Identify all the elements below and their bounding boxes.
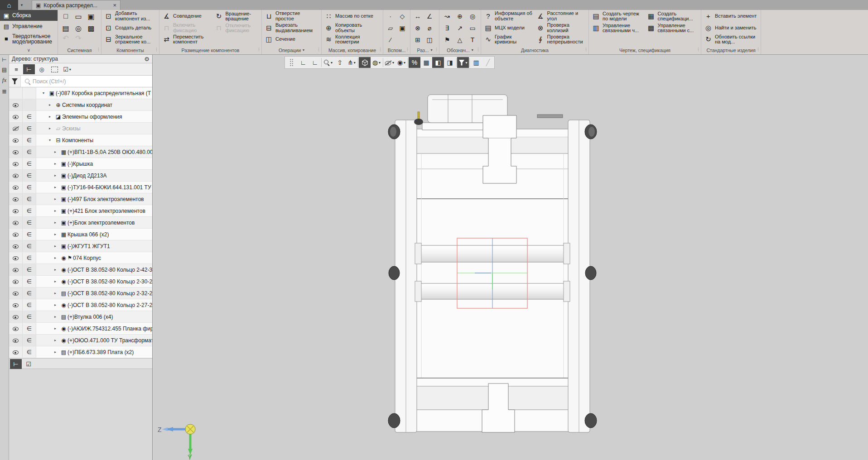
tree-row[interactable]: ∈ ▸ ▣ (-)Диод 2Д213А (9, 170, 152, 182)
group-grip-icon[interactable]: ⋮ (317, 47, 320, 52)
visibility-eye-icon[interactable] (9, 99, 23, 110)
expander-icon[interactable]: ▸ (54, 338, 60, 342)
visibility-eye-icon[interactable] (9, 134, 23, 146)
hide-objects-button[interactable]: ▾ (384, 57, 395, 68)
group-grip-icon[interactable]: ⋮ (476, 47, 480, 52)
group-grip-icon[interactable]: ⋮ (96, 47, 100, 52)
tree-item-label[interactable]: (+)421 Блок электроэлементов (68, 208, 152, 214)
in-context-icon[interactable]: ∈ (23, 288, 36, 299)
tree-item-label[interactable]: (-)ОСТ В 38.052-80 Кольцо 2-42-3,0 (68, 267, 152, 273)
open-document-button[interactable]: ▭ (72, 10, 85, 22)
group-grip-icon[interactable]: ⋮ (756, 47, 760, 52)
create-specification-button[interactable]: ▦ Создать спецификаци... (646, 10, 700, 22)
orientation-triad-button[interactable]: ⋔▾ (346, 57, 357, 68)
visibility-eye-icon[interactable] (9, 346, 23, 358)
tree-row-root[interactable]: ▾ ▣ (-)087 Коробка распределительная (Т (9, 87, 152, 99)
simple-hole-button[interactable]: ⊔ Отверстие простое (263, 10, 320, 22)
datum-button[interactable]: △ (453, 34, 466, 46)
toolbar-drag-handle[interactable] (285, 57, 297, 68)
visibility-eye-icon[interactable] (9, 158, 23, 169)
search-input[interactable] (33, 77, 152, 86)
expander-icon[interactable]: ▸ (49, 115, 54, 119)
radius-dimension-button[interactable]: ⌀ (424, 22, 435, 34)
text-button[interactable]: T (466, 34, 479, 46)
tree-row[interactable]: ∈ ▸ ▦ (+)ВП1-1В-5,0А 250В ОЮ0.480.003 Т (9, 146, 152, 158)
expander-icon[interactable]: ▸ (54, 326, 60, 331)
move-component-button[interactable]: ⇄ Переместить компонент (161, 34, 213, 45)
expander-icon[interactable]: ▾ (49, 138, 54, 142)
filter-button[interactable] (9, 76, 21, 87)
in-context-icon[interactable]: ∈ (23, 170, 36, 181)
in-context-icon[interactable]: ∈ (23, 323, 36, 334)
expander-icon[interactable]: ▸ (54, 185, 60, 189)
section-button[interactable]: ◫ Сечение (263, 34, 320, 45)
mirror-component-button[interactable]: ⊟ Зеркальное отражение ко... (103, 34, 158, 45)
expander-icon[interactable]: ▸ (54, 162, 60, 166)
expander-icon[interactable]: ▸ (54, 173, 60, 177)
in-context-icon[interactable]: ∈ (23, 205, 36, 216)
visibility-eye-icon[interactable] (9, 299, 23, 311)
in-context-icon[interactable]: ∈ (23, 311, 36, 322)
tree-row[interactable]: ▸ ⊕ Системы координат (9, 99, 152, 111)
gear-icon[interactable]: ⚙ (144, 56, 149, 62)
close-icon[interactable]: × (113, 2, 116, 9)
tree-item-label[interactable]: (-)ОСТ В 38.052-80 Кольцо 2-32-2,5 (68, 290, 152, 297)
new-document-button[interactable]: □ (59, 10, 72, 22)
in-context-icon[interactable]: ∈ (23, 123, 36, 134)
visibility-eye-icon[interactable] (9, 276, 23, 287)
expander-icon[interactable]: ▸ (49, 126, 54, 130)
sketch-point-button[interactable]: ∟ (309, 57, 321, 68)
visibility-eye-off-icon[interactable] (9, 123, 23, 134)
threads-toggle-button[interactable]: ◧ (432, 57, 444, 68)
expander-icon[interactable]: ▸ (54, 315, 60, 319)
tree-row[interactable]: ∈ ▸ ◪ Элементы оформления (9, 111, 152, 123)
group-grip-icon[interactable]: ⋮ (584, 47, 588, 52)
tree-row[interactable]: ∈ ▸ ▣ (+)421 Блок электроэлементов (9, 205, 152, 217)
distance-angle-button[interactable]: ∡ Расстояние и угол (535, 10, 588, 22)
manage-linked-drawings-button[interactable]: ▥ Управление связанными ч... (590, 22, 646, 34)
tree-row[interactable]: ∈ ▸ ▱ Эскизы (9, 123, 152, 134)
section-dimension-button[interactable]: ◫ (424, 34, 435, 46)
in-context-icon[interactable]: ∈ (23, 264, 36, 275)
menu-assembly[interactable]: ▣ Сборка (0, 10, 58, 21)
tree-item-label[interactable]: (+)Втулка 006 (x4) (68, 314, 152, 320)
find-replace-button[interactable]: ◎ Найти и заменить (703, 22, 759, 34)
group-grip-icon[interactable]: ⋮ (154, 47, 158, 52)
in-context-icon[interactable]: ∈ (23, 158, 36, 169)
tree-tab-list[interactable]: ☑ (23, 359, 34, 369)
tree-item-label[interactable]: (-)ОСТ В 38.052-80 Кольцо 2-30-2,5 (68, 278, 152, 285)
tree-row[interactable]: ∈ ▸ ◉ (-)ОСТ В 38.052-80 Кольцо 2-30-2,5 (9, 276, 152, 288)
aux-chain-button[interactable]: ◇ (396, 10, 408, 22)
menu-management[interactable]: ▤ Управление (0, 21, 58, 32)
visibility-eye-icon[interactable] (9, 311, 23, 322)
group-grip-icon[interactable]: ⋮ (257, 47, 260, 52)
visibility-eye-icon[interactable] (9, 323, 23, 334)
menu-solid-modeling[interactable]: ■ Твердотельное моделирование (0, 32, 58, 46)
tree-item-label[interactable]: Системы координат (62, 102, 152, 108)
tree-item-label[interactable]: (-)087 Коробка распределительная (Т (56, 90, 152, 96)
copy-objects-button[interactable]: ⊕ Копировать объекты (323, 22, 381, 34)
tree-item-label[interactable]: Крышка 066 (x2) (68, 231, 152, 238)
in-context-icon[interactable]: ∈ (23, 346, 36, 358)
zoom-button[interactable]: ▾ (322, 57, 334, 68)
expander-icon[interactable]: ▸ (54, 268, 60, 272)
orientation-up-button[interactable]: ⇧ (334, 57, 346, 68)
tree-view-list-button[interactable]: ≡ (10, 64, 22, 74)
manage-linked-specs-button[interactable]: ▩ Управление связанными с... (646, 22, 700, 34)
tree-filter-list-button[interactable]: ☑▾ (61, 64, 73, 74)
visibility-eye-icon[interactable] (9, 170, 23, 181)
in-context-icon[interactable]: ∈ (23, 299, 36, 311)
visibility-eye-icon[interactable] (9, 288, 23, 299)
save-button[interactable]: ▣ (85, 10, 97, 22)
cut-extrude-button[interactable]: ⊟ Вырезать выдавливанием (263, 22, 320, 34)
tree-row[interactable]: ∈ ▸ ▤ (+)ПБ6.673.389 Плата (x2) (9, 346, 152, 358)
visibility-eye-icon[interactable] (9, 264, 23, 275)
tree-item-label[interactable]: (-)ОСТ В 38.052-80 Кольцо 2-27-2,5 (68, 302, 152, 308)
tree-item-label[interactable]: 074 Корпус (73, 255, 152, 261)
tree-item-label[interactable]: (-)АЮИЖ.754312.455 Планка фирм (68, 326, 152, 332)
save-as-button[interactable]: ▩ (85, 22, 97, 34)
visibility-eye-icon[interactable] (9, 111, 23, 122)
group-caret-icon[interactable]: ▾ (472, 48, 473, 52)
display-mode-button[interactable]: ◍▾ (371, 57, 382, 68)
collision-check-button[interactable]: ⊗ Проверка коллизий (535, 22, 588, 34)
